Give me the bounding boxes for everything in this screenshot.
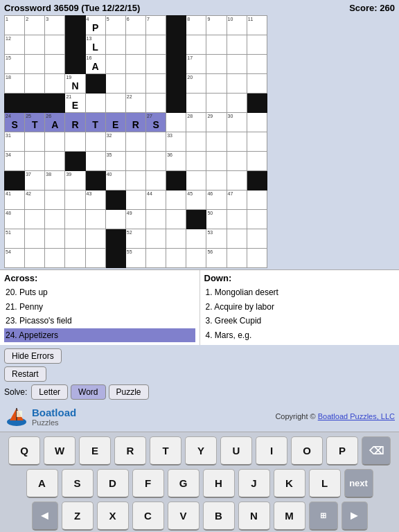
grid-cell[interactable]: 25T — [25, 113, 45, 132]
grid-cell[interactable] — [166, 113, 186, 132]
grid-cell[interactable]: 6 — [125, 16, 145, 35]
key-t[interactable]: T — [150, 436, 181, 466]
key-i[interactable]: I — [256, 436, 287, 466]
grid-cell[interactable]: 37 — [25, 171, 45, 190]
grid-cell[interactable]: 4P — [85, 16, 105, 35]
grid-cell[interactable] — [247, 190, 267, 210]
grid-cell[interactable] — [25, 74, 45, 94]
down-clue-2[interactable]: 2. Acquire by labor — [204, 300, 396, 314]
grid-cell[interactable]: 52 — [125, 229, 145, 249]
grid-cell[interactable]: 5 — [105, 16, 125, 35]
grid-cell[interactable]: 7 — [145, 16, 166, 35]
key-z[interactable]: Z — [62, 502, 94, 531]
grid-cell[interactable] — [105, 35, 125, 55]
grid-cell[interactable] — [166, 190, 186, 210]
key-h[interactable]: H — [203, 469, 235, 498]
grid-cell[interactable]: 32 — [105, 132, 125, 152]
key-c[interactable]: C — [132, 502, 164, 531]
grid-cell[interactable] — [206, 35, 227, 55]
key-o[interactable]: O — [291, 436, 323, 466]
grid-cell[interactable]: 15 — [5, 55, 25, 74]
grid-cell[interactable] — [145, 229, 166, 249]
grid-cell[interactable] — [166, 16, 186, 35]
grid-cell[interactable] — [45, 35, 65, 55]
more-key[interactable]: ⊞ — [309, 502, 338, 531]
grid-cell[interactable] — [25, 94, 45, 113]
grid-cell[interactable] — [166, 171, 186, 190]
grid-cell[interactable] — [227, 210, 247, 229]
crossword-grid[interactable]: 1234P5678910111213L1516A171819N2021E2224… — [4, 15, 267, 268]
grid-cell[interactable] — [247, 229, 267, 249]
grid-cell[interactable] — [247, 94, 267, 113]
grid-cell[interactable]: 12 — [5, 35, 25, 55]
grid-cell[interactable] — [247, 35, 267, 55]
grid-cell[interactable] — [166, 94, 186, 113]
grid-cell[interactable] — [65, 132, 85, 152]
grid-cell[interactable] — [85, 74, 105, 94]
solve-puzzle-button[interactable]: Puzzle — [109, 384, 149, 400]
key-f[interactable]: F — [132, 469, 164, 498]
grid-cell[interactable] — [25, 55, 45, 74]
grid-cell[interactable]: 2 — [25, 16, 45, 35]
grid-cell[interactable]: R — [125, 113, 145, 132]
grid-cell[interactable]: 48 — [5, 210, 25, 229]
key-p[interactable]: P — [326, 436, 358, 466]
grid-cell[interactable]: 26A — [45, 113, 65, 132]
grid-cell[interactable]: 21E — [65, 94, 85, 113]
grid-cell[interactable] — [85, 210, 105, 229]
grid-cell[interactable] — [227, 55, 247, 74]
grid-cell[interactable]: 51 — [5, 229, 25, 249]
grid-cell[interactable] — [206, 55, 227, 74]
grid-cell[interactable] — [227, 229, 247, 249]
grid-cell[interactable] — [25, 35, 45, 55]
next-key[interactable]: next — [344, 469, 373, 498]
grid-cell[interactable] — [5, 94, 25, 113]
grid-cell[interactable] — [25, 152, 45, 171]
grid-cell[interactable] — [206, 74, 227, 94]
grid-cell[interactable]: 8 — [186, 16, 206, 35]
grid-cell[interactable] — [145, 94, 166, 113]
grid-cell[interactable]: 10 — [227, 16, 247, 35]
grid-cell[interactable] — [25, 210, 45, 229]
grid-cell[interactable] — [247, 249, 267, 268]
grid-cell[interactable] — [45, 132, 65, 152]
grid-cell[interactable] — [247, 113, 267, 132]
grid-cell[interactable] — [45, 229, 65, 249]
grid-cell[interactable] — [247, 171, 267, 190]
grid-cell[interactable] — [166, 55, 186, 74]
grid-cell[interactable] — [247, 210, 267, 229]
grid-cell[interactable] — [186, 132, 206, 152]
grid-cell[interactable] — [105, 210, 125, 229]
grid-cell[interactable] — [105, 55, 125, 74]
grid-cell[interactable] — [145, 171, 166, 190]
grid-cell[interactable] — [166, 229, 186, 249]
grid-cell[interactable] — [166, 35, 186, 55]
grid-cell[interactable]: 50 — [206, 210, 227, 229]
grid-cell[interactable]: 16A — [85, 55, 105, 74]
key-y[interactable]: Y — [185, 436, 217, 466]
grid-cell[interactable] — [206, 94, 227, 113]
grid-cell[interactable]: 1 — [5, 16, 25, 35]
grid-cell[interactable]: 27S — [145, 113, 166, 132]
grid-cell[interactable] — [65, 152, 85, 171]
key-a[interactable]: A — [26, 469, 58, 498]
grid-cell[interactable] — [5, 171, 25, 190]
key-g[interactable]: G — [168, 469, 200, 498]
grid-cell[interactable]: R — [65, 113, 85, 132]
grid-cell[interactable] — [206, 152, 227, 171]
grid-cell[interactable] — [125, 190, 145, 210]
grid-cell[interactable] — [186, 249, 206, 268]
key-v[interactable]: V — [168, 502, 200, 531]
solve-word-button[interactable]: Word — [71, 384, 105, 400]
grid-cell[interactable]: 13L — [85, 35, 105, 55]
hide-errors-button[interactable]: Hide Errors — [4, 348, 62, 364]
grid-cell[interactable]: T — [85, 113, 105, 132]
grid-cell[interactable] — [105, 229, 125, 249]
grid-cell[interactable] — [227, 94, 247, 113]
grid-cell[interactable]: 3 — [45, 16, 65, 35]
key-l[interactable]: L — [309, 469, 341, 498]
grid-cell[interactable]: 33 — [166, 132, 186, 152]
grid-cell[interactable]: 38 — [45, 171, 65, 190]
grid-cell[interactable] — [25, 229, 45, 249]
grid-cell[interactable]: 19N — [65, 74, 85, 94]
